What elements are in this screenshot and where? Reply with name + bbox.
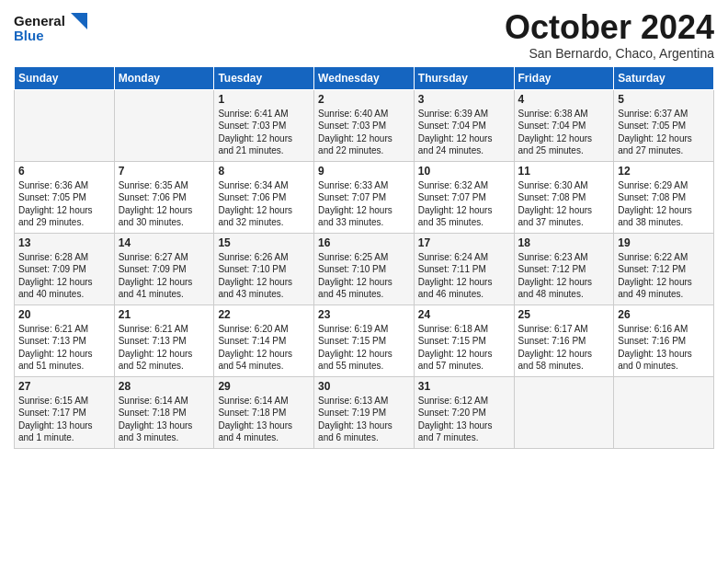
day-info: Sunrise: 6:18 AM Sunset: 7:15 PM Dayligh… — [418, 323, 510, 373]
day-cell: 31Sunrise: 6:12 AM Sunset: 7:20 PM Dayli… — [414, 376, 514, 448]
day-number: 25 — [518, 308, 610, 321]
day-number: 8 — [218, 165, 310, 178]
logo-svg: General Blue — [14, 9, 97, 48]
day-number: 21 — [119, 308, 210, 321]
day-number: 7 — [119, 165, 210, 178]
day-cell: 28Sunrise: 6:14 AM Sunset: 7:18 PM Dayli… — [114, 376, 214, 448]
day-cell: 27Sunrise: 6:15 AM Sunset: 7:17 PM Dayli… — [15, 376, 115, 448]
day-cell: 19Sunrise: 6:22 AM Sunset: 7:12 PM Dayli… — [614, 233, 714, 304]
day-number: 4 — [518, 93, 610, 106]
day-cell: 9Sunrise: 6:33 AM Sunset: 7:07 PM Daylig… — [314, 161, 415, 233]
day-cell — [15, 89, 115, 161]
day-number: 22 — [218, 308, 310, 321]
day-info: Sunrise: 6:21 AM Sunset: 7:13 PM Dayligh… — [18, 323, 110, 373]
day-info: Sunrise: 6:16 AM Sunset: 7:16 PM Dayligh… — [618, 323, 710, 373]
week-row-5: 27Sunrise: 6:15 AM Sunset: 7:17 PM Dayli… — [15, 376, 714, 448]
day-info: Sunrise: 6:14 AM Sunset: 7:18 PM Dayligh… — [119, 395, 210, 444]
day-cell: 10Sunrise: 6:32 AM Sunset: 7:07 PM Dayli… — [414, 161, 514, 233]
day-info: Sunrise: 6:22 AM Sunset: 7:12 PM Dayligh… — [618, 251, 710, 301]
day-info: Sunrise: 6:41 AM Sunset: 7:03 PM Dayligh… — [218, 108, 310, 157]
day-cell — [614, 376, 714, 448]
day-number: 1 — [218, 93, 310, 106]
week-row-3: 13Sunrise: 6:28 AM Sunset: 7:09 PM Dayli… — [15, 233, 714, 304]
week-row-4: 20Sunrise: 6:21 AM Sunset: 7:13 PM Dayli… — [15, 304, 714, 376]
day-number: 20 — [18, 308, 110, 321]
day-info: Sunrise: 6:29 AM Sunset: 7:08 PM Dayligh… — [618, 179, 710, 229]
day-info: Sunrise: 6:39 AM Sunset: 7:04 PM Dayligh… — [418, 108, 510, 157]
day-cell: 2Sunrise: 6:40 AM Sunset: 7:03 PM Daylig… — [314, 89, 415, 161]
day-info: Sunrise: 6:14 AM Sunset: 7:18 PM Dayligh… — [218, 395, 310, 444]
day-number: 15 — [218, 236, 310, 249]
day-info: Sunrise: 6:19 AM Sunset: 7:15 PM Dayligh… — [318, 323, 410, 373]
day-number: 2 — [318, 93, 410, 106]
header-row: SundayMondayTuesdayWednesdayThursdayFrid… — [15, 66, 714, 89]
day-cell: 30Sunrise: 6:13 AM Sunset: 7:19 PM Dayli… — [314, 376, 415, 448]
day-info: Sunrise: 6:25 AM Sunset: 7:10 PM Dayligh… — [318, 251, 410, 301]
day-cell: 7Sunrise: 6:35 AM Sunset: 7:06 PM Daylig… — [114, 161, 214, 233]
day-cell: 18Sunrise: 6:23 AM Sunset: 7:12 PM Dayli… — [514, 233, 614, 304]
day-cell: 25Sunrise: 6:17 AM Sunset: 7:16 PM Dayli… — [514, 304, 614, 376]
day-cell: 22Sunrise: 6:20 AM Sunset: 7:14 PM Dayli… — [214, 304, 314, 376]
day-number: 17 — [418, 236, 510, 249]
day-info: Sunrise: 6:36 AM Sunset: 7:05 PM Dayligh… — [18, 179, 110, 229]
day-number: 14 — [119, 236, 210, 249]
day-header-saturday: Saturday — [614, 66, 714, 89]
calendar-table: SundayMondayTuesdayWednesdayThursdayFrid… — [14, 66, 714, 449]
day-cell: 1Sunrise: 6:41 AM Sunset: 7:03 PM Daylig… — [214, 89, 314, 161]
day-cell: 15Sunrise: 6:26 AM Sunset: 7:10 PM Dayli… — [214, 233, 314, 304]
day-info: Sunrise: 6:17 AM Sunset: 7:16 PM Dayligh… — [518, 323, 610, 373]
day-number: 5 — [618, 93, 710, 106]
day-info: Sunrise: 6:35 AM Sunset: 7:06 PM Dayligh… — [119, 179, 210, 229]
month-title: October 2024 — [505, 9, 714, 46]
day-info: Sunrise: 6:27 AM Sunset: 7:09 PM Dayligh… — [119, 251, 210, 301]
day-info: Sunrise: 6:37 AM Sunset: 7:05 PM Dayligh… — [618, 108, 710, 157]
day-info: Sunrise: 6:40 AM Sunset: 7:03 PM Dayligh… — [318, 108, 410, 157]
day-info: Sunrise: 6:12 AM Sunset: 7:20 PM Dayligh… — [418, 395, 510, 444]
day-info: Sunrise: 6:28 AM Sunset: 7:09 PM Dayligh… — [18, 251, 110, 301]
day-info: Sunrise: 6:23 AM Sunset: 7:12 PM Dayligh… — [518, 251, 610, 301]
day-number: 31 — [418, 380, 510, 393]
day-cell: 21Sunrise: 6:21 AM Sunset: 7:13 PM Dayli… — [114, 304, 214, 376]
day-number: 9 — [318, 165, 410, 178]
day-number: 29 — [218, 380, 310, 393]
location: San Bernardo, Chaco, Argentina — [505, 46, 714, 61]
day-info: Sunrise: 6:21 AM Sunset: 7:13 PM Dayligh… — [119, 323, 210, 373]
day-info: Sunrise: 6:30 AM Sunset: 7:08 PM Dayligh… — [518, 179, 610, 229]
day-info: Sunrise: 6:33 AM Sunset: 7:07 PM Dayligh… — [318, 179, 410, 229]
logo: General Blue — [14, 9, 97, 48]
day-number: 30 — [318, 380, 410, 393]
day-number: 23 — [318, 308, 410, 321]
day-header-wednesday: Wednesday — [314, 66, 415, 89]
day-info: Sunrise: 6:32 AM Sunset: 7:07 PM Dayligh… — [418, 179, 510, 229]
day-cell: 4Sunrise: 6:38 AM Sunset: 7:04 PM Daylig… — [514, 89, 614, 161]
header: General Blue October 2024 San Bernardo, … — [14, 9, 714, 61]
week-row-1: 1Sunrise: 6:41 AM Sunset: 7:03 PM Daylig… — [15, 89, 714, 161]
day-cell: 17Sunrise: 6:24 AM Sunset: 7:11 PM Dayli… — [414, 233, 514, 304]
day-info: Sunrise: 6:20 AM Sunset: 7:14 PM Dayligh… — [218, 323, 310, 373]
day-info: Sunrise: 6:38 AM Sunset: 7:04 PM Dayligh… — [518, 108, 610, 157]
day-cell: 5Sunrise: 6:37 AM Sunset: 7:05 PM Daylig… — [614, 89, 714, 161]
day-cell: 6Sunrise: 6:36 AM Sunset: 7:05 PM Daylig… — [15, 161, 115, 233]
day-header-thursday: Thursday — [414, 66, 514, 89]
day-header-friday: Friday — [514, 66, 614, 89]
day-cell — [114, 89, 214, 161]
day-number: 27 — [18, 380, 110, 393]
day-cell: 11Sunrise: 6:30 AM Sunset: 7:08 PM Dayli… — [514, 161, 614, 233]
day-number: 28 — [119, 380, 210, 393]
day-info: Sunrise: 6:13 AM Sunset: 7:19 PM Dayligh… — [318, 395, 410, 444]
title-block: October 2024 San Bernardo, Chaco, Argent… — [505, 9, 714, 61]
day-info: Sunrise: 6:15 AM Sunset: 7:17 PM Dayligh… — [18, 395, 110, 444]
day-number: 26 — [618, 308, 710, 321]
day-cell: 26Sunrise: 6:16 AM Sunset: 7:16 PM Dayli… — [614, 304, 714, 376]
day-cell: 20Sunrise: 6:21 AM Sunset: 7:13 PM Dayli… — [15, 304, 115, 376]
day-header-monday: Monday — [114, 66, 214, 89]
day-cell: 3Sunrise: 6:39 AM Sunset: 7:04 PM Daylig… — [414, 89, 514, 161]
day-cell: 13Sunrise: 6:28 AM Sunset: 7:09 PM Dayli… — [15, 233, 115, 304]
day-cell: 8Sunrise: 6:34 AM Sunset: 7:06 PM Daylig… — [214, 161, 314, 233]
day-info: Sunrise: 6:34 AM Sunset: 7:06 PM Dayligh… — [218, 179, 310, 229]
page: General Blue October 2024 San Bernardo, … — [0, 0, 728, 563]
day-cell: 29Sunrise: 6:14 AM Sunset: 7:18 PM Dayli… — [214, 376, 314, 448]
day-number: 13 — [18, 236, 110, 249]
week-row-2: 6Sunrise: 6:36 AM Sunset: 7:05 PM Daylig… — [15, 161, 714, 233]
day-number: 10 — [418, 165, 510, 178]
